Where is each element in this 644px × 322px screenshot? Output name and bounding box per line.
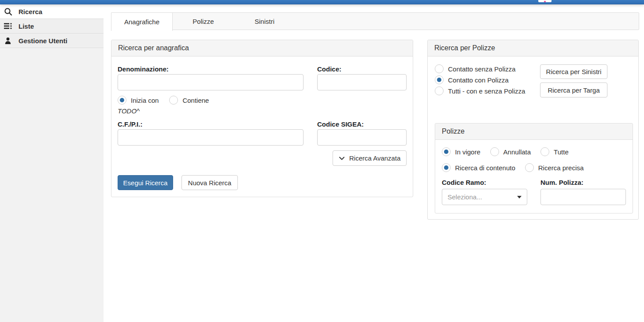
- tab-sinistri[interactable]: Sinistri: [234, 13, 295, 30]
- todo-note: TODO^: [118, 107, 140, 115]
- ricerca-avanzata-button[interactable]: Ricerca Avanzata: [333, 150, 407, 166]
- ricerca-per-sinistri-button[interactable]: Ricerca per Sinistri: [540, 64, 607, 79]
- radio-dot: [118, 96, 126, 105]
- codice-sigea-input[interactable]: [317, 129, 407, 146]
- denominazione-input[interactable]: [118, 74, 303, 90]
- tab-anagrafiche[interactable]: Anagrafiche: [111, 12, 173, 31]
- caret-down-icon: [517, 196, 522, 198]
- top-navigation-bar: [0, 0, 644, 4]
- radio-contatto-senza-polizza-row: Contatto senza Polizza: [435, 64, 515, 73]
- sidebar-item-gestione-utenti[interactable]: Gestione Utenti: [0, 34, 104, 48]
- radio-dot: [540, 147, 549, 156]
- clipped-logo: [538, 0, 551, 2]
- search-icon: [4, 7, 12, 16]
- radio-contiene[interactable]: Contiene: [169, 96, 209, 105]
- radio-tutte[interactable]: Tutte: [540, 147, 569, 156]
- codice-input[interactable]: [317, 74, 407, 90]
- radio-tutti-row: Tutti - con e senza Polizza: [435, 86, 525, 95]
- sidebar-item-label: Liste: [19, 22, 34, 30]
- cf-pi-label: C.F./P.I.:: [118, 120, 142, 128]
- codice-label: Codice:: [317, 65, 341, 73]
- sidebar-item-label: Gestione Utenti: [19, 37, 67, 45]
- list-icon: [4, 22, 12, 30]
- radio-tutti-con-e-senza[interactable]: Tutti - con e senza Polizza: [435, 86, 525, 95]
- mode-radios: Ricerca di contenuto Ricerca precisa: [442, 163, 584, 172]
- esegui-ricerca-button[interactable]: Esegui Ricerca: [118, 175, 173, 190]
- codice-sigea-label: Codice SIGEA:: [317, 120, 364, 128]
- anagrafica-search-panel: Ricerca per anagrafica Denominazione: Co…: [111, 40, 413, 197]
- chevron-down-icon: [339, 155, 345, 161]
- radio-contatto-senza-polizza[interactable]: Contatto senza Polizza: [435, 64, 515, 73]
- codice-ramo-select[interactable]: Seleziona...: [442, 189, 527, 205]
- num-polizza-label: Num. Polizza:: [540, 179, 584, 186]
- radio-in-vigore[interactable]: In vigore: [442, 147, 481, 156]
- status-radios: In vigore Annullata Tutte: [442, 147, 569, 156]
- radio-dot: [169, 96, 178, 105]
- subpanel-title: Polizze: [435, 124, 633, 140]
- match-mode-radios: Inizia con Contiene: [118, 96, 209, 105]
- radio-dot: [442, 163, 451, 172]
- radio-ricerca-di-contenuto[interactable]: Ricerca di contenuto: [442, 163, 515, 172]
- app-root: Ricerca Liste Ge: [0, 0, 644, 322]
- sidebar: Ricerca Liste Ge: [0, 4, 104, 322]
- radio-dot: [442, 147, 451, 156]
- radio-dot: [435, 86, 444, 95]
- radio-dot: [490, 147, 499, 156]
- search-tabs: Anagrafiche Polizze Sinistri: [111, 12, 639, 30]
- tab-polizze[interactable]: Polizze: [173, 13, 234, 30]
- radio-contatto-con-polizza-row: Contatto con Polizza: [435, 75, 509, 84]
- denominazione-label: Denominazione:: [118, 65, 169, 73]
- panel-title: Ricerca per anagrafica: [111, 40, 413, 56]
- polizze-filter-subpanel: Polizze In vigore Annullata Tutte: [435, 123, 633, 213]
- radio-dot: [525, 163, 534, 172]
- radio-contatto-con-polizza[interactable]: Contatto con Polizza: [435, 75, 509, 84]
- sidebar-item-label: Ricerca: [19, 8, 42, 15]
- user-icon: [4, 36, 12, 45]
- radio-dot: [435, 64, 444, 73]
- num-polizza-input[interactable]: [540, 189, 626, 205]
- radio-ricerca-precisa[interactable]: Ricerca precisa: [525, 163, 584, 172]
- codice-ramo-label: Codice Ramo:: [442, 179, 486, 186]
- radio-annullata[interactable]: Annullata: [490, 147, 531, 156]
- radio-dot: [435, 75, 444, 84]
- sidebar-item-ricerca[interactable]: Ricerca: [0, 4, 104, 19]
- polizze-search-panel: Ricerca per Polizze Contatto senza Poliz…: [427, 40, 639, 220]
- nuova-ricerca-button[interactable]: Nuova Ricerca: [181, 175, 238, 190]
- panel-title: Ricerca per Polizze: [428, 40, 638, 56]
- sidebar-item-liste[interactable]: Liste: [0, 19, 104, 34]
- ricerca-per-targa-button[interactable]: Ricerca per Targa: [540, 82, 607, 97]
- cf-pi-input[interactable]: [118, 129, 303, 146]
- radio-inizia-con[interactable]: Inizia con: [118, 96, 159, 105]
